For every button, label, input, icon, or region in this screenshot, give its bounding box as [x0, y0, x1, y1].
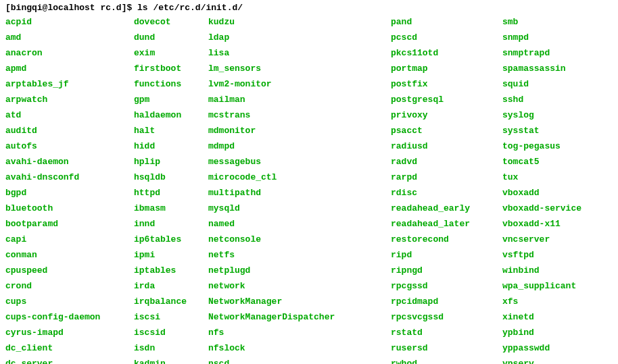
file-entry: privoxy	[391, 107, 502, 123]
file-entry: dovecot	[134, 14, 208, 30]
file-entry: isdn	[134, 340, 208, 356]
file-entry: kadmin	[134, 356, 208, 364]
file-entry: spamassassin	[502, 61, 581, 76]
file-entry: ibmasm	[134, 201, 208, 216]
file-entry: functions	[134, 76, 208, 92]
shell-prompt: [bingqi@localhost rc.d]$ ls /etc/rc.d/in…	[5, 3, 613, 13]
file-entry: xinetd	[502, 309, 581, 325]
file-entry: radvd	[391, 154, 502, 170]
file-entry: vboxadd	[502, 185, 581, 201]
output-column-1: acpidamdanacronapmdarptables_jfarpwatcha…	[5, 14, 134, 364]
file-entry: named	[208, 216, 391, 232]
file-entry: snmpd	[502, 30, 581, 45]
file-entry: atd	[5, 107, 134, 123]
file-entry: rarpd	[391, 170, 502, 185]
file-entry: squid	[502, 76, 581, 92]
file-entry: iscsid	[134, 325, 208, 340]
file-entry: mdmonitor	[208, 123, 391, 138]
output-column-4: pandpcscdpkcs11otdportmappostfixpostgres…	[391, 14, 502, 364]
ls-output: acpidamdanacronapmdarptables_jfarpwatcha…	[5, 14, 613, 364]
file-entry: tomcat5	[502, 154, 581, 170]
file-entry: cyrus-imapd	[5, 325, 134, 340]
file-entry: irqbalance	[134, 294, 208, 309]
file-entry: messagebus	[208, 154, 391, 170]
file-entry: nfslock	[208, 340, 391, 356]
file-entry: cups-config-daemon	[5, 309, 134, 325]
file-entry: kudzu	[208, 14, 391, 30]
file-entry: portmap	[391, 61, 502, 76]
file-entry: mailman	[208, 92, 391, 107]
file-entry: ldap	[208, 30, 391, 45]
file-entry: hplip	[134, 154, 208, 170]
file-entry: innd	[134, 216, 208, 232]
file-entry: ripngd	[391, 263, 502, 278]
file-entry: network	[208, 278, 391, 294]
file-entry: mysqld	[208, 201, 391, 216]
file-entry: wpa_supplicant	[502, 278, 581, 294]
file-entry: hsqldb	[134, 170, 208, 185]
file-entry: pkcs11otd	[391, 45, 502, 61]
file-entry: firstboot	[134, 61, 208, 76]
file-entry: psacct	[391, 123, 502, 138]
file-entry: ypbind	[502, 325, 581, 340]
file-entry: winbind	[502, 263, 581, 278]
file-entry: postfix	[391, 76, 502, 92]
file-entry: microcode_ctl	[208, 170, 391, 185]
file-entry: bluetooth	[5, 201, 134, 216]
file-entry: anacron	[5, 45, 134, 61]
file-entry: vboxadd-x11	[502, 216, 581, 232]
file-entry: nscd	[208, 356, 391, 364]
file-entry: netplugd	[208, 263, 391, 278]
file-entry: tog-pegasus	[502, 138, 581, 154]
file-entry: tux	[502, 170, 581, 185]
file-entry: vncserver	[502, 232, 581, 247]
file-entry: multipathd	[208, 185, 391, 201]
file-entry: irda	[134, 278, 208, 294]
file-entry: conman	[5, 247, 134, 263]
file-entry: halt	[134, 123, 208, 138]
file-entry: cpuspeed	[5, 263, 134, 278]
file-entry: httpd	[134, 185, 208, 201]
file-entry: ip6tables	[134, 232, 208, 247]
file-entry: smb	[502, 14, 581, 30]
file-entry: restorecond	[391, 232, 502, 247]
file-entry: arptables_jf	[5, 76, 134, 92]
file-entry: autofs	[5, 138, 134, 154]
file-entry: syslog	[502, 107, 581, 123]
file-entry: xfs	[502, 294, 581, 309]
file-entry: sshd	[502, 92, 581, 107]
file-entry: dc_client	[5, 340, 134, 356]
file-entry: gpm	[134, 92, 208, 107]
file-entry: rusersd	[391, 340, 502, 356]
file-entry: dc_server	[5, 356, 134, 364]
file-entry: radiusd	[391, 138, 502, 154]
file-entry: capi	[5, 232, 134, 247]
file-entry: pcscd	[391, 30, 502, 45]
file-entry: vsftpd	[502, 247, 581, 263]
file-entry: ripd	[391, 247, 502, 263]
file-entry: avahi-daemon	[5, 154, 134, 170]
file-entry: netfs	[208, 247, 391, 263]
file-entry: nfs	[208, 325, 391, 340]
file-entry: ipmi	[134, 247, 208, 263]
file-entry: rpcidmapd	[391, 294, 502, 309]
file-entry: sysstat	[502, 123, 581, 138]
file-entry: lvm2-monitor	[208, 76, 391, 92]
file-entry: snmptrapd	[502, 45, 581, 61]
file-entry: arpwatch	[5, 92, 134, 107]
output-column-5: smbsnmpdsnmptrapdspamassassinsquidsshdsy…	[502, 14, 581, 364]
file-entry: mdmpd	[208, 138, 391, 154]
file-entry: haldaemon	[134, 107, 208, 123]
file-entry: rpcgssd	[391, 278, 502, 294]
file-entry: rdisc	[391, 185, 502, 201]
file-entry: rpcsvcgssd	[391, 309, 502, 325]
file-entry: readahead_early	[391, 201, 502, 216]
file-entry: apmd	[5, 61, 134, 76]
output-column-3: kudzuldaplisalm_sensorslvm2-monitormailm…	[208, 14, 391, 364]
file-entry: lisa	[208, 45, 391, 61]
file-entry: bgpd	[5, 185, 134, 201]
file-entry: postgresql	[391, 92, 502, 107]
file-entry: exim	[134, 45, 208, 61]
file-entry: rwhod	[391, 356, 502, 364]
file-entry: crond	[5, 278, 134, 294]
